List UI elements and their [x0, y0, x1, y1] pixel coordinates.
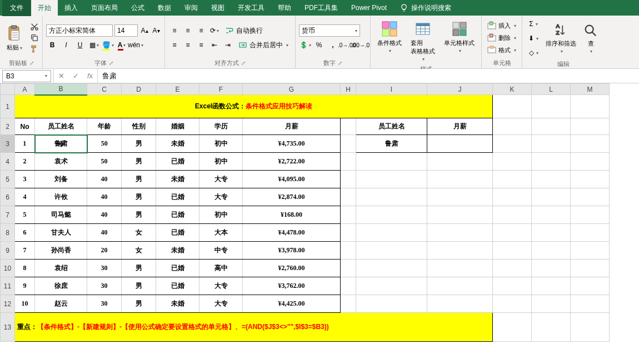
cell-E5[interactable]: 未婚 [156, 171, 199, 188]
tab-insert[interactable]: 插入 [58, 0, 84, 16]
cell-G7[interactable]: ¥168.00 [243, 206, 341, 224]
align-right-button[interactable]: ≡ [195, 39, 207, 51]
cell-A7[interactable]: 5 [15, 206, 35, 224]
decrease-indent-button[interactable]: ⇤ [208, 39, 221, 51]
cell-J3[interactable] [427, 135, 493, 153]
cell-F11[interactable]: 大专 [199, 277, 243, 295]
cell-A11[interactable]: 9 [15, 277, 35, 295]
row-header-10[interactable]: 10 [1, 260, 15, 277]
cell-E9[interactable]: 未婚 [156, 242, 199, 260]
confirm-formula-button[interactable]: ✓ [68, 69, 83, 83]
bold-button[interactable]: B [46, 39, 58, 51]
cell-A12[interactable]: 10 [15, 295, 35, 313]
tab-view[interactable]: 视图 [204, 0, 231, 16]
formula-input[interactable] [98, 69, 639, 83]
font-name-input[interactable] [46, 24, 113, 37]
row-header-11[interactable]: 11 [1, 277, 15, 295]
decrease-decimal-button[interactable]: .00→.0 [355, 39, 367, 51]
cell-title[interactable]: Excel函数公式：条件格式应用技巧解读 [15, 95, 493, 118]
cell-E12[interactable]: 未婚 [156, 295, 199, 313]
cell-G3[interactable]: ¥4,735.00 [243, 135, 341, 153]
increase-decimal-button[interactable]: .0→.00 [341, 39, 353, 51]
cell-A5[interactable]: 3 [15, 171, 35, 188]
cell-C3[interactable]: 50 [87, 135, 122, 153]
cell-H8[interactable] [341, 224, 356, 242]
cell-I3[interactable]: 鲁肃 [356, 135, 427, 153]
cell-A3[interactable]: 1 [15, 135, 35, 153]
tell-me-search[interactable]: 操作说明搜索 [400, 3, 451, 13]
col-header-E[interactable]: E [156, 84, 199, 95]
cell-H11[interactable] [341, 277, 356, 295]
align-center-button[interactable]: ≡ [182, 39, 194, 51]
border-button[interactable]: ▦ [88, 39, 100, 51]
col-header-F[interactable]: F [199, 84, 243, 95]
cell-E3[interactable]: 未婚 [156, 135, 199, 153]
copy-icon[interactable] [30, 33, 39, 42]
cell-D4[interactable]: 男 [122, 153, 156, 171]
cell-A2[interactable]: No [15, 118, 35, 135]
cell-H9[interactable] [341, 242, 356, 260]
row-header-8[interactable]: 8 [1, 224, 15, 242]
col-header-J[interactable]: J [427, 84, 493, 95]
tab-page-layout[interactable]: 页面布局 [84, 0, 124, 16]
percent-button[interactable]: % [313, 39, 325, 51]
cell-E11[interactable]: 已婚 [156, 277, 199, 295]
increase-font-button[interactable]: A▴ [139, 24, 149, 37]
insert-cells-button[interactable]: + 插入 [485, 20, 518, 31]
cell-G10[interactable]: ¥2,760.00 [243, 260, 341, 277]
orientation-button[interactable]: ⟳ [208, 24, 221, 37]
cell-B3[interactable]: 鲁肃✛ [35, 135, 87, 153]
row-header-9[interactable]: 9 [1, 242, 15, 260]
cell-C8[interactable]: 40 [87, 224, 122, 242]
cell-F10[interactable]: 高中 [199, 260, 243, 277]
cancel-formula-button[interactable]: ✕ [54, 69, 68, 83]
delete-cells-button[interactable]: × 删除 [485, 32, 518, 43]
cell-E8[interactable]: 已婚 [156, 224, 199, 242]
insert-function-button[interactable]: fx [83, 69, 97, 83]
cell-E10[interactable]: 已婚 [156, 260, 199, 277]
format-painter-icon[interactable] [30, 44, 39, 53]
tab-pdf-tools[interactable]: PDF工具集 [298, 0, 345, 16]
col-header-G[interactable]: G [243, 84, 341, 95]
cell-D2[interactable]: 性别 [122, 118, 156, 135]
tab-developer[interactable]: 开发工具 [231, 0, 271, 16]
tab-home[interactable]: 开始 [31, 0, 58, 16]
fill-button[interactable]: ⬇ [526, 32, 541, 44]
cell-D9[interactable]: 女 [122, 242, 156, 260]
row-header-4[interactable]: 4 [1, 153, 15, 171]
cell-B4[interactable]: 袁术 [35, 153, 87, 171]
select-all-corner[interactable] [1, 84, 15, 95]
align-middle-button[interactable]: ≡ [182, 24, 194, 37]
row-header-6[interactable]: 6 [1, 188, 15, 206]
cell-A6[interactable]: 4 [15, 188, 35, 206]
cell-A4[interactable]: 2 [15, 153, 35, 171]
italic-button[interactable]: I [60, 39, 72, 51]
cell-F8[interactable]: 大本 [199, 224, 243, 242]
fill-color-button[interactable]: 🪣 [102, 39, 114, 51]
cell-C2[interactable]: 年龄 [87, 118, 122, 135]
cell-C7[interactable]: 40 [87, 206, 122, 224]
font-launcher[interactable]: ⤢ [109, 60, 113, 66]
cell-C6[interactable]: 40 [87, 188, 122, 206]
clipboard-launcher[interactable]: ⤢ [29, 60, 34, 66]
clear-button[interactable]: ◇ [526, 47, 541, 59]
cell-C12[interactable]: 30 [87, 295, 122, 313]
cell-C4[interactable]: 50 [87, 153, 122, 171]
increase-indent-button[interactable]: ⇥ [222, 39, 234, 51]
cell-B7[interactable]: 司马懿 [35, 206, 87, 224]
cell-H6[interactable] [341, 188, 356, 206]
find-select-button[interactable]: 查 [581, 21, 601, 56]
row-header-12[interactable]: 12 [1, 295, 15, 313]
cell-E7[interactable]: 已婚 [156, 206, 199, 224]
row-header-2[interactable]: 2 [1, 118, 15, 135]
col-header-B[interactable]: B [35, 84, 87, 95]
cell-C9[interactable]: 20 [87, 242, 122, 260]
tab-help[interactable]: 帮助 [271, 0, 298, 16]
cell-D8[interactable]: 女 [122, 224, 156, 242]
col-header-C[interactable]: C [87, 84, 122, 95]
cell-H2[interactable] [341, 118, 356, 135]
cell-B8[interactable]: 甘夫人 [35, 224, 87, 242]
alignment-launcher[interactable]: ⤢ [241, 60, 246, 66]
align-top-button[interactable]: ≡ [168, 24, 181, 37]
cut-icon[interactable] [30, 22, 39, 31]
